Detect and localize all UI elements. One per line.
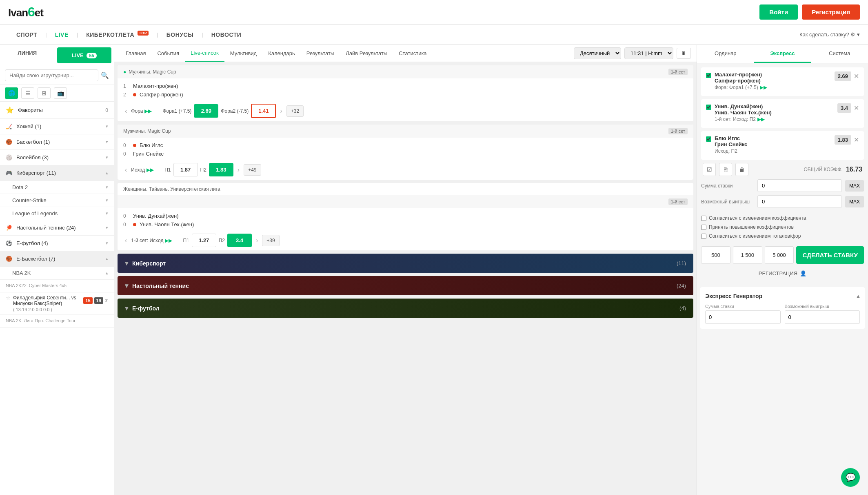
sidebar-item-dota2[interactable]: Dota 2 ▾ — [0, 181, 114, 194]
star-icon: ⭐ — [6, 106, 14, 114]
close-bet-1[interactable]: ✕ — [854, 72, 859, 80]
quick-amount-1500[interactable]: 1 500 — [733, 246, 762, 264]
nav-live[interactable]: LIVE — [47, 26, 77, 44]
sub-nav-results[interactable]: Результаты — [301, 45, 340, 61]
prev-market-button-2[interactable]: ‹ — [123, 165, 129, 174]
sidebar-item-hockey[interactable]: 🏒 Хоккей (1) ▾ — [0, 119, 114, 134]
close-bet-2[interactable]: ✕ — [854, 104, 859, 112]
grid-icon[interactable]: ⊞ — [38, 87, 51, 99]
tab-liniya[interactable]: ЛИНИЯ — [0, 45, 55, 66]
bet-actions-row: ☑ ⎘ 🗑 ОБЩИЙ КОЭФФ. 16.73 — [701, 163, 864, 176]
submit-bet-button[interactable]: СДЕЛАТЬ СТАВКУ — [796, 246, 864, 264]
checkbox-totals-change[interactable]: Согласиться с изменением тоталов/фор — [701, 232, 864, 241]
sidebar-item-lol[interactable]: League of Legends ▾ — [0, 207, 114, 220]
tv-icon[interactable]: 📺 — [54, 87, 67, 99]
time-select[interactable]: 11:31 | H:mm — [624, 47, 673, 59]
stake-max-button[interactable]: MAX — [845, 180, 864, 192]
quick-amount-500[interactable]: 500 — [701, 246, 730, 264]
sub-nav-multivid[interactable]: Мультивид — [224, 45, 263, 61]
bet-copy-icon[interactable]: ☑ — [703, 163, 716, 176]
sub-nav-live-spisok[interactable]: Live-список — [185, 45, 224, 62]
search-icon[interactable]: 🔍 — [101, 71, 109, 79]
bet-delete-icon[interactable]: 🗑 — [735, 163, 748, 176]
cat-block-efootball[interactable]: ▾ Е-футбол (4) — [118, 299, 693, 318]
express-win-input[interactable] — [785, 310, 860, 324]
globe-icon[interactable]: 🌐 — [5, 87, 18, 99]
checkbox-coeff-change[interactable]: Согласиться с изменением коэффициента — [701, 214, 864, 223]
prev-market-button[interactable]: ‹ — [123, 107, 129, 116]
next-market-button-3[interactable]: › — [254, 236, 260, 245]
next-market-button-2[interactable]: › — [236, 165, 241, 174]
favorite-star-icon[interactable]: ☆ — [6, 295, 11, 301]
more-odds-button-3[interactable]: +39 — [262, 235, 279, 246]
bet-checkbox-2[interactable] — [706, 105, 711, 110]
sidebar-item-ebasketball[interactable]: 🏀 Е-Баскетбол (7) ▴ — [0, 251, 114, 267]
live-match-item1[interactable]: ☆ Филадельфия Севенти... vs Милуоки Бакс… — [0, 292, 114, 315]
nav-links: СПОРТ | LIVE | КИБЕРКОТЛЕТА TOP | БОНУСЫ… — [8, 25, 249, 44]
possible-win-max[interactable]: MAX — [845, 196, 864, 207]
collapse-express-icon[interactable]: ▴ — [857, 292, 860, 300]
sub-nav-statistika[interactable]: Статистика — [393, 45, 432, 61]
sidebar-item-tabletennis[interactable]: 🏓 Настольный теннис (24) ▾ — [0, 220, 114, 236]
next-market-button[interactable]: › — [278, 107, 284, 116]
fora2-button[interactable]: 1.41 — [251, 104, 276, 118]
match-teams-1: 1 Малахит-про(жен) 2 Сапфир-про(жен) — [118, 78, 693, 100]
cat-block-tennis[interactable]: ▾ Настольный теннис (24) — [118, 276, 693, 295]
list-icon[interactable]: ☰ — [21, 87, 34, 99]
bet-share-icon[interactable]: ⎘ — [719, 163, 732, 176]
sidebar-item-cs[interactable]: Counter-Strike ▾ — [0, 194, 114, 207]
sidebar-item-nba2k[interactable]: NBA 2K ▴ — [0, 267, 114, 280]
sub-nav-glavnaya[interactable]: Главная — [120, 45, 151, 61]
bet-checkbox-3[interactable] — [706, 136, 711, 142]
tab-sistema[interactable]: Система — [811, 45, 868, 63]
match-malachit: ● Мужчины. Magic Cup 1-й сет 1 Малахит-п… — [118, 65, 693, 121]
nav-bonusy[interactable]: БОНУСЫ — [158, 26, 202, 44]
sidebar-item-cybersport[interactable]: 🎮 Киберспорт (11) ▴ — [0, 165, 114, 181]
sidebar-item-basketball[interactable]: 🏀 Баскетбол (1) ▾ — [0, 134, 114, 150]
bet-checkbox-1[interactable] — [706, 73, 711, 78]
tab-ordinar[interactable]: Ординар — [697, 45, 754, 63]
match-teams-3: 0 Унив. Дунхай(жен) 0 Унив. Чаоян Тех.(ж… — [118, 208, 693, 230]
tab-live[interactable]: LIVE 55 — [57, 47, 112, 63]
sub-nav-calendar[interactable]: Календарь — [262, 45, 301, 61]
calculator-button[interactable]: 🖩 — [677, 48, 691, 59]
stake-input[interactable] — [757, 179, 842, 192]
nav-kiberkotleta[interactable]: КИБЕРКОТЛЕТА TOP — [78, 25, 157, 44]
nav-help[interactable]: Как сделать ставку? ⚙ ▾ — [799, 31, 860, 38]
search-input[interactable] — [5, 69, 98, 81]
match-odds-3: ‹ 1-й сет: Исход ▶▶ П1 1.27 П2 3.4 › +39 — [118, 230, 693, 250]
p1-button-3[interactable]: 1.27 — [192, 234, 216, 247]
login-button[interactable]: Войти — [759, 4, 798, 20]
more-odds-button-2[interactable]: +49 — [244, 164, 261, 176]
basketball-icon: 🏀 — [6, 139, 12, 145]
fora1-button[interactable]: 2.69 — [194, 104, 218, 118]
cat-block-cybersport[interactable]: ▾ Киберспорт (11) — [118, 254, 693, 273]
prev-market-button-3[interactable]: ‹ — [123, 236, 129, 245]
quick-amount-5000[interactable]: 5 000 — [765, 246, 794, 264]
sub-nav-live-results[interactable]: Лайв Результаты — [340, 45, 393, 61]
sidebar-item-efootball[interactable]: ⚽ Е-футбол (4) ▾ — [0, 236, 114, 251]
p1-button-2[interactable]: 1.87 — [173, 163, 198, 176]
p2-button-2[interactable]: 1.83 — [209, 163, 233, 176]
cybersport-icon: 🎮 — [6, 170, 12, 176]
nav-sport[interactable]: СПОРТ — [8, 26, 45, 44]
sidebar-item-volleyball[interactable]: 🏐 Волейбол (3) ▾ — [0, 150, 114, 165]
tab-express[interactable]: Экспресс — [754, 45, 811, 63]
close-bet-3[interactable]: ✕ — [854, 136, 859, 144]
chat-button[interactable]: 💬 — [841, 468, 860, 487]
register-button[interactable]: Регистрация — [802, 4, 860, 20]
nav-novosti[interactable]: НОВОСТИ — [203, 26, 250, 44]
sub-nav-sobytiya[interactable]: События — [151, 45, 185, 61]
bet-item-2: Унив. Дунхай(жен) Унив. Чаоян Тех.(жен) … — [701, 99, 864, 128]
sidebar-item-favorites[interactable]: ⭐ Фавориты 0 — [0, 102, 114, 119]
possible-win-input[interactable] — [757, 195, 842, 208]
chevron-down-icon-efootball: ▾ — [125, 304, 128, 312]
format-select[interactable]: Десятичный — [574, 47, 621, 59]
p2-button-3[interactable]: 3.4 — [227, 234, 252, 247]
express-stake-input[interactable] — [705, 310, 781, 324]
bet-register-link[interactable]: РЕГИСТРАЦИЯ 👤 — [701, 267, 864, 280]
checkbox-coeff-increase[interactable]: Принять повышение коэффициентов — [701, 223, 864, 232]
match-blue-eagles: Мужчины. Magic Cup 1-й сет 0 Блю Иглс 0 … — [118, 125, 693, 180]
right-panel: Ординар Экспресс Система Малахит-про(жен… — [697, 45, 868, 495]
more-odds-button[interactable]: +32 — [286, 105, 304, 117]
